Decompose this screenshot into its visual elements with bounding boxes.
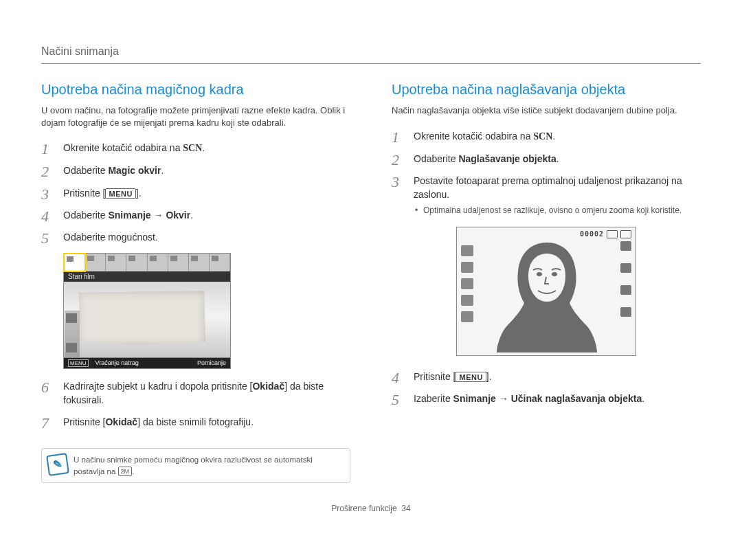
step-text: Odaberite bbox=[63, 210, 108, 221]
frame-thumb bbox=[148, 254, 168, 271]
menu-button-label: MENU bbox=[105, 188, 135, 199]
right-steps-list-cont: Pritisnite [MENU]. Izaberite Snimanje → … bbox=[392, 366, 701, 410]
two-column-layout: Upotreba načina magičnog kadra U ovom na… bbox=[41, 82, 701, 483]
note-text: . bbox=[132, 467, 134, 475]
step-text: Pritisnite [ bbox=[63, 416, 105, 427]
portrait-illustration bbox=[495, 236, 598, 352]
right-step-4: Pritisnite [MENU]. bbox=[392, 366, 701, 388]
step-text: Odaberite bbox=[414, 153, 458, 164]
quality-icon bbox=[620, 263, 631, 273]
back-label: Vraćanje natrag bbox=[95, 359, 139, 367]
option-ucinak-naglasavanja: Učinak naglašavanja objekta bbox=[511, 393, 642, 404]
camera-right-icons bbox=[620, 241, 631, 317]
frame-thumb-selected bbox=[63, 253, 86, 272]
left-step-6: Kadrirajte subjekt u kadru i dopola prit… bbox=[41, 375, 350, 412]
left-step-7: Pritisnite [Okidač] da biste snimili fot… bbox=[41, 411, 350, 433]
step-text: ] da biste snimili fotografiju. bbox=[137, 416, 254, 427]
left-intro-text: U ovom načinu, na fotografije možete pri… bbox=[41, 104, 350, 128]
step-sub-bullet: Optimalna udaljenost se razlikuje, ovisn… bbox=[414, 205, 701, 216]
option-naglasavanje: Naglašavanje objekta bbox=[458, 153, 556, 164]
left-steps-list-cont: Kadrirajte subjekt u kadru i dopola prit… bbox=[41, 375, 350, 434]
step-text: ]. bbox=[136, 188, 142, 199]
mode-icon bbox=[461, 245, 473, 256]
camera-left-icons bbox=[461, 245, 473, 322]
step-text: Izaberite bbox=[414, 393, 453, 404]
left-step-5: Odaberite mogućnost. bbox=[41, 226, 350, 248]
step-text: . bbox=[556, 153, 559, 164]
arrow-text: → bbox=[496, 393, 511, 404]
frame-thumb bbox=[168, 254, 189, 271]
note-icon: ✎ bbox=[46, 453, 69, 477]
page-footer: Proširene funkcije 34 bbox=[41, 504, 701, 513]
step-text: Postavite fotoaparat prema optimalnoj ud… bbox=[414, 175, 682, 200]
camera-left-icons bbox=[65, 311, 80, 358]
right-step-2: Odaberite Naglašavanje objekta. bbox=[392, 148, 701, 170]
sd-card-icon bbox=[607, 230, 618, 238]
arrow-text: → bbox=[151, 210, 166, 221]
frame-preview-photo bbox=[63, 282, 231, 358]
left-step-2: Odaberite Magic okvir. bbox=[41, 159, 350, 181]
step-text: . bbox=[642, 393, 644, 404]
manual-page: Načini snimanja Upotreba načina magičnog… bbox=[0, 0, 742, 534]
timer-icon bbox=[461, 295, 473, 306]
menu-tag: MENU bbox=[68, 359, 89, 367]
left-steps-list: Okrenite kotačić odabira na SCN. Odaberi… bbox=[41, 137, 350, 248]
menu-button-label: MENU bbox=[456, 372, 486, 382]
info-note-box: ✎ U načinu snimke pomoću magičnog okvira… bbox=[41, 448, 350, 482]
scn-mode-label: SCN bbox=[533, 131, 552, 142]
resolution-badge: 2M bbox=[118, 467, 133, 477]
shutter-label: Okidač bbox=[252, 381, 284, 392]
shutter-label: Okidač bbox=[105, 416, 137, 427]
step-text: Odaberite mogućnost. bbox=[63, 232, 158, 243]
resolution-icon bbox=[620, 241, 631, 251]
left-step-3: Pritisnite [MENU]. bbox=[41, 182, 350, 204]
mode-icon bbox=[66, 313, 77, 323]
left-column: Upotreba načina magičnog kadra U ovom na… bbox=[41, 82, 350, 483]
flash-mode-icon bbox=[620, 285, 631, 295]
option-snimanje: Snimanje bbox=[453, 393, 496, 404]
right-column: Upotreba načina naglašavanja objekta Nač… bbox=[392, 82, 701, 483]
effect-icon bbox=[461, 262, 473, 273]
right-step-1: Okrenite kotačić odabira na SCN. bbox=[392, 125, 701, 148]
step-text: Kadrirajte subjekt u kadru i dopola prit… bbox=[63, 381, 252, 392]
step-text: Pritisnite [ bbox=[63, 188, 105, 199]
macro-icon bbox=[620, 307, 631, 317]
step-text: . bbox=[202, 142, 205, 153]
frame-thumb bbox=[126, 254, 147, 271]
step-text: Okrenite kotačić odabira na bbox=[63, 142, 183, 153]
note-text: U načinu snimke pomoću magičnog okvira r… bbox=[74, 456, 313, 475]
step-text: Pritisnite [ bbox=[414, 371, 456, 382]
option-snimanje: Snimanje bbox=[108, 210, 150, 221]
option-magic-okvir: Magic okvir bbox=[108, 165, 161, 176]
frame-thumb bbox=[106, 254, 126, 271]
right-intro-text: Način naglašavanja objekta više ističe s… bbox=[392, 104, 701, 117]
frame-thumb bbox=[189, 254, 210, 271]
move-label: Pomicanje bbox=[197, 359, 226, 367]
step-text: . bbox=[552, 131, 555, 142]
frame-thumb bbox=[85, 254, 106, 271]
face-icon bbox=[66, 343, 77, 352]
left-step-4: Odaberite Snimanje → Okvir. bbox=[41, 204, 350, 226]
step-text: . bbox=[161, 165, 164, 176]
step-text: Okrenite kotačić odabira na bbox=[414, 131, 533, 142]
option-okvir: Okvir bbox=[166, 210, 190, 221]
scn-mode-label: SCN bbox=[183, 143, 202, 153]
frame-thumb bbox=[210, 254, 230, 271]
footer-page-number: 34 bbox=[401, 504, 410, 513]
right-step-5: Izaberite Snimanje → Učinak naglašavanja… bbox=[392, 388, 701, 410]
frame-name-label: Stari film bbox=[63, 271, 231, 282]
right-step-3: Postavite fotoaparat prema optimalnoj ud… bbox=[392, 170, 701, 220]
flash-icon bbox=[461, 311, 473, 322]
frame-thumbnail-strip bbox=[63, 253, 231, 271]
left-step-1: Okrenite kotačić odabira na SCN. bbox=[41, 137, 350, 159]
camera-screenshot-magic-frame: Stari film MENU Vraćanje natrag Pomicanj… bbox=[63, 253, 231, 368]
footer-section: Proširene funkcije bbox=[331, 504, 396, 513]
left-heading: Upotreba načina magičnog kadra bbox=[41, 82, 350, 98]
step-text: Odaberite bbox=[63, 165, 108, 176]
right-heading: Upotreba načina naglašavanja objekta bbox=[392, 82, 701, 98]
camera-screenshot-object-highlight: 00002 bbox=[456, 227, 636, 356]
battery-icon bbox=[620, 230, 631, 238]
breadcrumb-header: Načini snimanja bbox=[41, 45, 701, 64]
camera-bottom-bar: MENU Vraćanje natrag Pomicanje bbox=[63, 358, 231, 369]
face-icon bbox=[461, 278, 473, 289]
